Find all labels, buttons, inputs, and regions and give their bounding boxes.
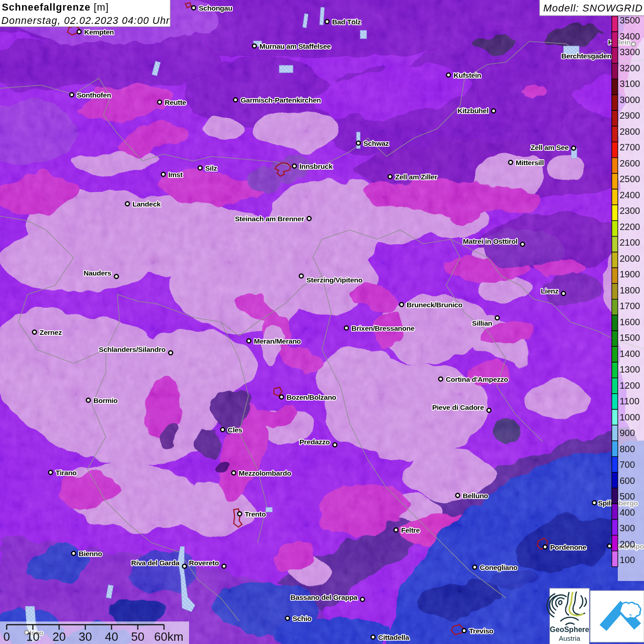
svg-text:3100: 3100 (620, 79, 640, 89)
svg-text:Sillian: Sillian (472, 319, 492, 327)
svg-text:2500: 2500 (620, 174, 640, 184)
svg-text:Innsbruck: Innsbruck (299, 162, 333, 170)
svg-text:Matrei in Osttirol: Matrei in Osttirol (463, 237, 518, 245)
svg-text:2400: 2400 (620, 190, 640, 200)
svg-text:Landeck: Landeck (132, 200, 161, 208)
svg-text:30: 30 (79, 630, 92, 644)
svg-text:Bad Tölz: Bad Tölz (332, 18, 361, 26)
svg-text:1600: 1600 (620, 317, 640, 327)
svg-text:Pordenone: Pordenone (550, 543, 586, 551)
svg-text:400: 400 (620, 507, 635, 518)
svg-text:Bormio: Bormio (93, 397, 118, 404)
svg-text:Garmisch-Partenkirchen: Garmisch-Partenkirchen (241, 96, 321, 104)
svg-text:40: 40 (105, 630, 118, 644)
svg-text:Bozen/Bolzano: Bozen/Bolzano (287, 393, 336, 401)
svg-text:Kempten: Kempten (84, 28, 114, 36)
svg-text:Schlanders/Silandro: Schlanders/Silandro (99, 345, 166, 353)
svg-text:Rovereto: Rovereto (189, 559, 219, 567)
svg-text:800: 800 (620, 444, 635, 454)
svg-text:3000: 3000 (620, 95, 640, 105)
svg-text:1200: 1200 (620, 380, 640, 391)
svg-text:2000: 2000 (620, 253, 640, 264)
svg-text:Cittadella: Cittadella (378, 633, 409, 641)
svg-text:200: 200 (620, 539, 635, 549)
svg-text:2200: 2200 (620, 222, 640, 232)
svg-text:1300: 1300 (620, 364, 640, 374)
svg-text:Murnau am Staffelsee: Murnau am Staffelsee (259, 42, 331, 50)
svg-text:Feltre: Feltre (401, 526, 420, 534)
svg-text:900: 900 (620, 428, 635, 438)
svg-text:1800: 1800 (620, 285, 640, 295)
svg-text:Sonthofen: Sonthofen (77, 91, 111, 99)
svg-text:2300: 2300 (620, 206, 640, 216)
svg-text:Cles: Cles (228, 426, 242, 434)
svg-text:Meran/Merano: Meran/Merano (254, 337, 301, 345)
svg-text:0: 0 (3, 630, 10, 644)
svg-text:2100: 2100 (620, 237, 640, 247)
svg-text:Riva del Garda: Riva del Garda (131, 559, 180, 567)
svg-text:1400: 1400 (620, 349, 640, 359)
svg-text:Zell am Ziller: Zell am Ziller (395, 173, 437, 181)
svg-text:Conegliano: Conegliano (480, 564, 518, 571)
svg-text:Bassano del Grappa: Bassano del Grappa (291, 593, 358, 601)
svg-text:100: 100 (620, 555, 635, 565)
svg-text:10: 10 (26, 630, 40, 644)
svg-text:3200: 3200 (620, 63, 640, 73)
svg-text:600: 600 (620, 476, 635, 486)
svg-text:Predazzo: Predazzo (299, 438, 330, 446)
svg-text:3400: 3400 (620, 31, 640, 41)
svg-text:Mezzolombardo: Mezzolombardo (239, 469, 291, 477)
svg-text:3300: 3300 (620, 47, 640, 57)
svg-text:20: 20 (52, 630, 66, 644)
svg-text:Reutte: Reutte (165, 98, 186, 106)
svg-text:1900: 1900 (620, 269, 640, 279)
svg-text:Modell: SNOWGRID: Modell: SNOWGRID (543, 2, 643, 14)
svg-text:3500: 3500 (620, 15, 640, 25)
svg-text:Schneefallgrenze [m]: Schneefallgrenze [m] (2, 2, 109, 13)
svg-text:2900: 2900 (620, 110, 640, 121)
svg-text:500: 500 (620, 491, 635, 501)
svg-text:Treviso: Treviso (469, 627, 494, 635)
svg-text:2700: 2700 (620, 142, 640, 152)
svg-text:Kufstein: Kufstein (454, 71, 481, 79)
svg-text:Bienno: Bienno (79, 550, 102, 558)
svg-text:Schongau: Schongau (199, 4, 232, 12)
svg-text:Cortina d'Ampezzo: Cortina d'Ampezzo (446, 375, 508, 383)
svg-text:Zell am See: Zell am See (530, 144, 569, 151)
svg-text:1700: 1700 (620, 301, 640, 311)
svg-text:Pieve di Cadore: Pieve di Cadore (432, 403, 484, 411)
svg-text:Donnerstag, 02.02.2023 04:00 U: Donnerstag, 02.02.2023 04:00 Uhr (1, 15, 170, 26)
svg-text:50: 50 (131, 630, 144, 644)
svg-text:Brixen/Bressanone: Brixen/Bressanone (351, 324, 415, 332)
svg-text:Zernez: Zernez (40, 328, 62, 336)
svg-text:Imst: Imst (168, 171, 183, 178)
svg-text:GeoSphere: GeoSphere (550, 626, 589, 633)
svg-text:Silz: Silz (205, 164, 217, 172)
svg-text:300: 300 (620, 523, 635, 533)
svg-text:1500: 1500 (620, 333, 640, 343)
svg-text:Mittersill: Mittersill (516, 159, 544, 167)
svg-text:60km: 60km (154, 630, 184, 644)
svg-text:700: 700 (620, 460, 635, 470)
svg-text:Trento: Trento (245, 510, 266, 518)
svg-text:Steinach am Brenner: Steinach am Brenner (235, 215, 305, 223)
svg-text:Austria: Austria (559, 634, 581, 642)
svg-text:Berchtesgaden: Berchtesgaden (561, 52, 611, 60)
svg-text:Nauders: Nauders (84, 269, 111, 277)
svg-text:2800: 2800 (620, 126, 640, 137)
svg-text:Schwaz: Schwaz (363, 139, 389, 147)
svg-text:1100: 1100 (620, 396, 639, 406)
svg-text:Tirano: Tirano (56, 469, 77, 477)
svg-text:1000: 1000 (620, 412, 640, 422)
svg-text:Belluno: Belluno (463, 492, 488, 500)
svg-text:Lienz: Lienz (541, 287, 559, 295)
svg-text:Schio: Schio (293, 615, 311, 622)
svg-text:Sterzing/Vipiteno: Sterzing/Vipiteno (306, 276, 362, 284)
svg-text:Kitzbühel: Kitzbühel (458, 107, 489, 115)
svg-text:Bruneck/Brunico: Bruneck/Brunico (407, 301, 462, 309)
svg-text:2600: 2600 (620, 158, 640, 168)
